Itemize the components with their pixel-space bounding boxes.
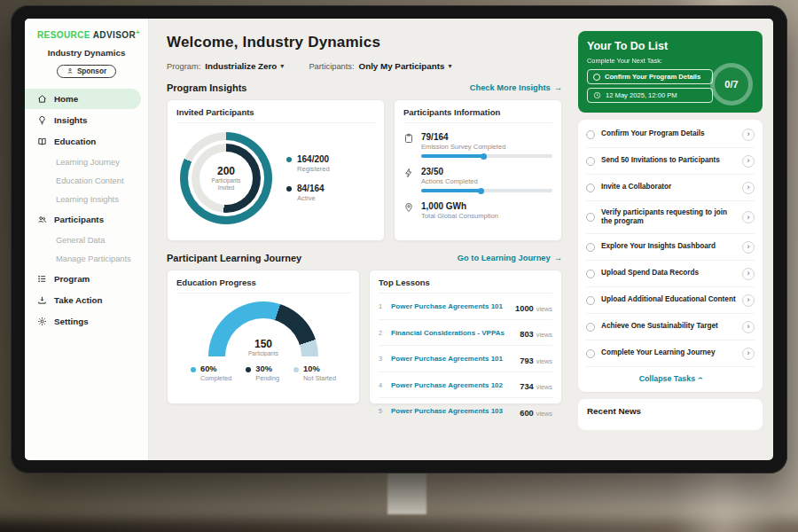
task-checkbox[interactable]: [586, 270, 595, 278]
chevron-up-icon: ›: [695, 377, 705, 379]
chevron-right-icon[interactable]: ›: [742, 129, 755, 141]
todo-panel: Your To Do List Complete Your Next Task:…: [575, 19, 773, 460]
logo-plus: +: [136, 28, 140, 36]
task-row[interactable]: Invite a Collaborator ›: [586, 175, 755, 201]
logo-resource: RESOURCE: [37, 30, 90, 40]
sidebar-item-general-data[interactable]: General Data: [25, 231, 148, 249]
lesson-link[interactable]: Power Purchase Agreements 101: [391, 355, 513, 363]
task-checkbox[interactable]: [586, 157, 595, 166]
lesson-link[interactable]: Power Purchase Agreements 102: [391, 381, 513, 389]
lesson-row[interactable]: 5 Power Purchase Agreements 103 600views: [379, 398, 552, 424]
legend-dot: [286, 157, 292, 162]
sidebar-item-learning-insights[interactable]: Learning Insights: [25, 190, 148, 208]
stat-bar-fill-1: [421, 189, 481, 192]
chevron-right-icon[interactable]: ›: [742, 211, 755, 223]
sidebar-item-learning-journey[interactable]: Learning Journey: [25, 153, 148, 171]
page: RESOURCE ADVISOR+ Industry Dynamics Spon…: [0, 0, 798, 532]
sidebar-item-education-content[interactable]: Education Content: [25, 171, 148, 190]
todo-tasks-card: Confirm Your Program Details › Send 50 I…: [578, 120, 763, 392]
task-row[interactable]: Achieve One Sustainability Target ›: [586, 314, 755, 340]
org-name: Industry Dynamics: [25, 48, 148, 58]
lesson-row[interactable]: 4 Power Purchase Agreements 102 734views: [379, 372, 552, 399]
lesson-link[interactable]: Financial Considerations - VPPAs: [391, 329, 513, 337]
invited-center-label: Participants Invited: [207, 177, 246, 192]
chevron-right-icon[interactable]: ›: [742, 241, 755, 254]
task-row[interactable]: Explore Your Insights Dashboard ›: [586, 234, 755, 261]
task-checkbox[interactable]: [586, 349, 595, 358]
lesson-row[interactable]: 2 Financial Considerations - VPPAs 803vi…: [379, 320, 552, 347]
lesson-link[interactable]: Power Purchase Agreements 103: [391, 407, 513, 415]
education-gauge: 150 Participants: [208, 301, 318, 356]
sidebar-item-take-action[interactable]: Take Action: [25, 290, 141, 310]
gear-icon: [37, 317, 47, 326]
sidebar: RESOURCE ADVISOR+ Industry Dynamics Spon…: [25, 19, 149, 460]
chevron-right-icon[interactable]: ›: [742, 294, 755, 307]
info-card-title: Participants Information: [403, 107, 552, 123]
chevron-down-icon[interactable]: ▾: [448, 62, 451, 70]
location-pin-icon: [403, 202, 414, 213]
sidebar-item-education[interactable]: Education: [25, 131, 141, 152]
education-progress-card: Education Progress 150 Participants: [167, 270, 360, 404]
sidebar-nav: Home Insights Education Learning Journey…: [25, 89, 148, 332]
program-filter: Program: Industrialize Zero ▾: [167, 61, 284, 71]
education-legend: 60% Completed 30% Pending: [191, 364, 336, 382]
actions-progress-bar: [421, 189, 552, 192]
legend-dot: [293, 367, 299, 372]
legend-registered: 164/200 Registered: [286, 154, 330, 173]
legend-dot: [191, 367, 196, 372]
sidebar-item-program[interactable]: Program: [25, 269, 141, 289]
task-row[interactable]: Upload Spend Data Records ›: [586, 261, 755, 287]
chevron-right-icon[interactable]: ›: [742, 155, 755, 168]
app-logo: RESOURCE ADVISOR+: [25, 28, 148, 40]
task-checkbox[interactable]: [586, 130, 595, 139]
chevron-down-icon[interactable]: ▾: [280, 62, 284, 70]
legend-not-started: 10% Not Started: [293, 364, 336, 382]
arrow-right-icon: →: [554, 254, 562, 262]
arrow-right-icon: →: [554, 83, 562, 92]
checkbox-circle[interactable]: [593, 74, 600, 81]
chevron-right-icon[interactable]: ›: [742, 182, 755, 194]
invited-participants-donut: 200 Participants Invited: [180, 132, 272, 224]
program-select[interactable]: Industrialize Zero: [205, 61, 277, 71]
legend-dot: [286, 186, 292, 192]
sidebar-item-settings[interactable]: Settings: [25, 311, 141, 332]
invited-legend: 164/200 Registered 84/164 Active: [286, 154, 330, 202]
todo-title: Your To Do List: [587, 40, 754, 52]
task-row[interactable]: Confirm Your Program Details ›: [586, 121, 755, 148]
todo-next-task[interactable]: Confirm Your Program Details: [587, 69, 713, 84]
chevron-right-icon[interactable]: ›: [742, 348, 755, 360]
check-more-insights-link[interactable]: Check More Insights →: [470, 83, 562, 92]
task-checkbox[interactable]: [586, 296, 595, 305]
task-row[interactable]: Upload Additional Educational Content ›: [586, 287, 755, 314]
go-to-learning-journey-link[interactable]: Go to Learning Journey →: [458, 254, 562, 262]
sidebar-item-participants[interactable]: Participants: [25, 209, 141, 230]
lesson-row[interactable]: 1 Power Purchase Agreements 101 1000view…: [379, 293, 552, 320]
participants-select[interactable]: Only My Participants: [359, 61, 445, 71]
lesson-link[interactable]: Power Purchase Agreements 101: [391, 302, 509, 310]
legend-completed: 60% Completed: [191, 364, 231, 382]
task-checkbox[interactable]: [586, 213, 595, 222]
monitor-bezel: RESOURCE ADVISOR+ Industry Dynamics Spon…: [11, 5, 787, 473]
desk: [0, 520, 798, 532]
task-checkbox[interactable]: [586, 184, 595, 192]
sidebar-item-insights[interactable]: Insights: [25, 110, 141, 130]
lightning-icon: [403, 168, 414, 178]
clipboard-icon: [403, 133, 414, 144]
lesson-row[interactable]: 3 Power Purchase Agreements 101 793views: [379, 346, 552, 372]
legend-dot: [246, 367, 251, 372]
page-title: Welcome, Industry Dynamics: [167, 34, 562, 51]
task-checkbox[interactable]: [586, 243, 595, 252]
task-row[interactable]: Verify participants requesting to join t…: [586, 201, 755, 234]
todo-next-due: 12 May 2025, 12:00 PM: [587, 88, 713, 103]
task-checkbox[interactable]: [586, 323, 595, 332]
sidebar-item-manage-participants[interactable]: Manage Participants: [25, 249, 148, 268]
chevron-right-icon[interactable]: ›: [742, 321, 755, 333]
gauge-center-label: Participants: [208, 350, 318, 356]
task-row[interactable]: Send 50 Invitations to Participants ›: [586, 148, 755, 175]
chevron-right-icon[interactable]: ›: [742, 268, 755, 280]
stat-actions-completed: 23/50 Actions Completed: [403, 167, 552, 192]
sidebar-item-home[interactable]: Home: [25, 89, 141, 109]
task-row[interactable]: Complete Your Learning Journey ›: [586, 340, 755, 367]
collapse-tasks-button[interactable]: Collapse Tasks›: [586, 367, 755, 390]
recent-news-card: Recent News: [578, 399, 763, 430]
